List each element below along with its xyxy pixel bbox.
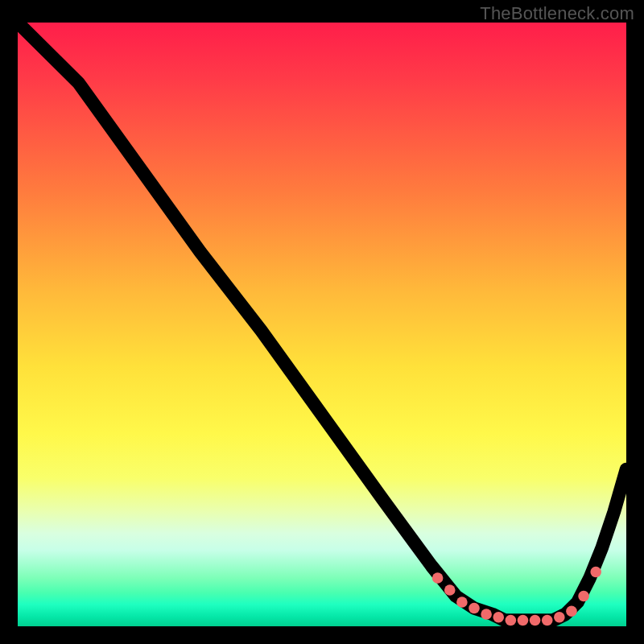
data-marker <box>578 591 589 602</box>
chart-frame <box>18 23 626 626</box>
data-marker <box>481 609 492 620</box>
chart-svg <box>18 23 626 626</box>
data-marker <box>566 606 577 617</box>
data-marker <box>530 615 541 626</box>
data-marker <box>542 615 553 626</box>
data-marker <box>444 584 456 596</box>
data-marker <box>506 615 517 626</box>
data-marker <box>469 603 480 614</box>
bottleneck-curve <box>18 23 626 621</box>
data-marker <box>456 597 468 608</box>
data-marker <box>493 612 504 623</box>
data-marker <box>432 572 444 584</box>
data-marker <box>518 615 529 626</box>
data-marker <box>590 567 601 578</box>
data-marker <box>554 612 565 623</box>
attribution-text: TheBottleneck.com <box>480 3 634 24</box>
chart-plot <box>18 23 626 626</box>
